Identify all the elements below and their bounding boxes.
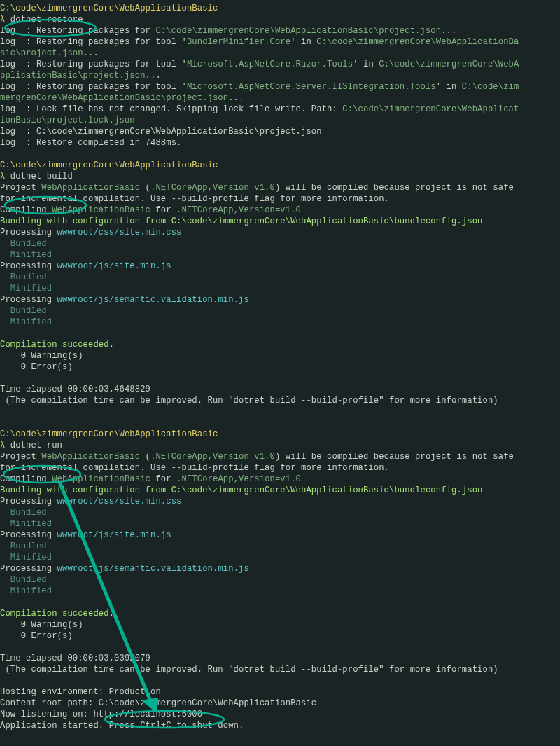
prompt-path: C:\code\zimmergrenCore\WebApplicationBas… bbox=[0, 160, 218, 170]
terminal-output: C:\code\zimmergrenCore\WebApplicationBas… bbox=[0, 0, 560, 731]
listen-url: http://localhost:5000 bbox=[93, 710, 202, 719]
prompt-path: C:\code\zimmergrenCore\WebApplicationBas… bbox=[0, 429, 218, 439]
compilation-succeeded: Compilation succeeded. bbox=[0, 340, 114, 350]
compilation-succeeded: Compilation succeeded. bbox=[0, 609, 114, 619]
cmd-restore: dotnet restore bbox=[10, 15, 83, 25]
cmd-build: dotnet build bbox=[10, 172, 73, 181]
prompt-path: C:\code\zimmergrenCore\WebApplicationBas… bbox=[0, 4, 218, 13]
cmd-run: dotnet run bbox=[10, 441, 62, 450]
